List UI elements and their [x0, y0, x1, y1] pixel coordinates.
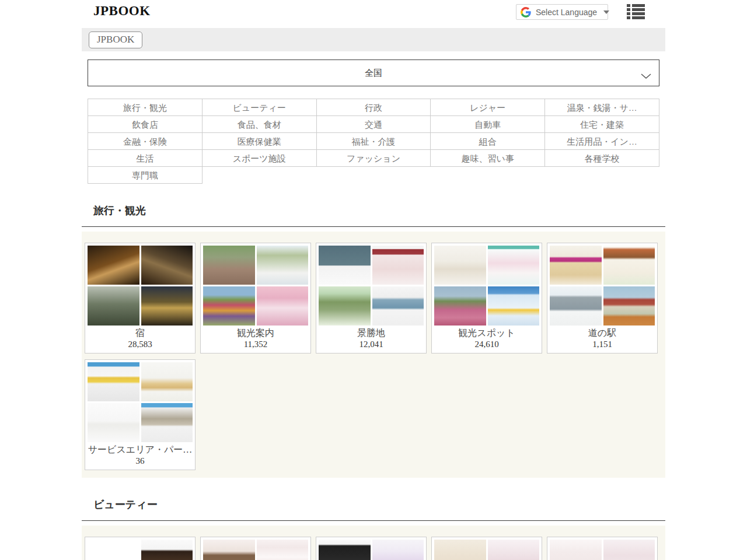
- thumbnail-collage: [203, 246, 308, 326]
- category-link[interactable]: 福祉・介護: [317, 133, 431, 150]
- category-link[interactable]: 自動車: [431, 116, 545, 133]
- category-grid: 旅行・観光ビューティー行政レジャー温泉・銭湯・サ…飲食店食品、食材交通自動車住宅…: [88, 99, 659, 184]
- thumbnail-tile: [141, 286, 193, 326]
- thumbnail-collage: [88, 540, 193, 560]
- thumbnail-tile: [319, 246, 371, 285]
- thumbnail-tile: [434, 540, 486, 560]
- thumbnail-collage: [434, 540, 539, 560]
- subcategory-label: 観光案内: [203, 327, 308, 339]
- category-link[interactable]: 医療保健業: [203, 133, 317, 150]
- region-select-value: 全国: [365, 68, 382, 79]
- thumbnail-tile: [88, 540, 139, 560]
- breadcrumb: JPBOOK: [82, 28, 665, 51]
- thumbnail-tile: [550, 540, 602, 560]
- subcategory-count: 12,041: [319, 339, 424, 350]
- subcategory-card[interactable]: [316, 537, 427, 560]
- thumbnail-collage: [88, 362, 193, 442]
- category-link[interactable]: 食品、食材: [203, 116, 317, 133]
- subcategory-card[interactable]: [547, 537, 658, 560]
- subcategory-count: 28,583: [88, 339, 193, 350]
- category-link[interactable]: 趣味、習い事: [431, 150, 545, 167]
- section-divider: [82, 520, 665, 521]
- site-header: JPBOOK Select Language: [82, 0, 665, 28]
- subcategory-count: 1,151: [550, 339, 655, 350]
- thumbnail-tile: [141, 540, 193, 560]
- thumbnail-tile: [372, 286, 424, 326]
- thumbnail-tile: [257, 286, 309, 326]
- thumbnail-collage: [88, 246, 193, 326]
- thumbnail-tile: [141, 403, 193, 442]
- subcategory-count: 11,352: [203, 339, 308, 350]
- thumbnail-tile: [88, 286, 139, 326]
- section-title: ビューティー: [82, 498, 665, 512]
- breadcrumb-home-button[interactable]: JPBOOK: [89, 32, 142, 48]
- translate-label: Select Language: [536, 8, 597, 17]
- thumbnail-collage: [319, 246, 424, 326]
- page-container: JPBOOK Select Language: [82, 0, 665, 560]
- subcategory-card[interactable]: [431, 537, 542, 560]
- subcategory-label: サービスエリア・パー…: [88, 444, 193, 456]
- thumbnail-tile: [88, 246, 139, 285]
- thumbnail-tile: [203, 540, 255, 560]
- thumbnail-tile: [488, 246, 540, 285]
- category-link[interactable]: 行政: [317, 99, 431, 116]
- category-link[interactable]: 飲食店: [88, 116, 203, 133]
- subcategory-card[interactable]: サービスエリア・パー…36: [85, 359, 196, 470]
- subcategory-card[interactable]: 観光案内11,352: [200, 243, 311, 354]
- category-link[interactable]: 生活用品・イン…: [545, 133, 659, 150]
- subcategory-label: 道の駅: [550, 327, 655, 339]
- thumbnail-tile: [372, 246, 424, 285]
- site-title[interactable]: JPBOOK: [93, 4, 151, 19]
- cards-grid: 宿28,583観光案内11,352景勝地12,041観光スポット24,610道の…: [82, 232, 665, 478]
- thumbnail-tile: [550, 286, 602, 326]
- subcategory-card[interactable]: [200, 537, 311, 560]
- thumbnail-tile: [319, 286, 371, 326]
- subcategory-card[interactable]: 宿28,583: [85, 243, 196, 354]
- category-link[interactable]: 温泉・銭湯・サ…: [545, 99, 659, 116]
- sections: 旅行・観光宿28,583観光案内11,352景勝地12,041観光スポット24,…: [82, 204, 665, 560]
- thumbnail-tile: [603, 246, 655, 285]
- thumbnail-tile: [550, 246, 602, 285]
- category-link[interactable]: レジャー: [431, 99, 545, 116]
- subcategory-card[interactable]: 景勝地12,041: [316, 243, 427, 354]
- thumbnail-tile: [257, 540, 309, 560]
- category-link[interactable]: 旅行・観光: [88, 99, 203, 116]
- subcategory-label: 景勝地: [319, 327, 424, 339]
- thumbnail-collage: [550, 246, 655, 326]
- category-link[interactable]: 組合: [431, 133, 545, 150]
- dropdown-caret-icon: [603, 10, 609, 14]
- category-section: 旅行・観光宿28,583観光案内11,352景勝地12,041観光スポット24,…: [82, 204, 665, 478]
- thumbnail-collage: [434, 246, 539, 326]
- thumbnail-tile: [434, 286, 486, 326]
- subcategory-card[interactable]: [85, 537, 196, 560]
- region-select[interactable]: 全国: [88, 60, 659, 86]
- category-link[interactable]: 生活: [88, 150, 203, 167]
- thumbnail-tile: [603, 540, 655, 560]
- category-section: ビューティー: [82, 498, 665, 560]
- thumbnail-tile: [434, 246, 486, 285]
- category-link[interactable]: 各種学校: [545, 150, 659, 167]
- thumbnail-collage: [319, 540, 424, 560]
- category-link[interactable]: 交通: [317, 116, 431, 133]
- thumbnail-collage: [550, 540, 655, 560]
- subcategory-label: 観光スポット: [434, 327, 539, 339]
- category-link[interactable]: ビューティー: [203, 99, 317, 116]
- thumbnail-tile: [372, 540, 424, 560]
- subcategory-card[interactable]: 道の駅1,151: [547, 243, 658, 354]
- thumbnail-tile: [88, 403, 139, 442]
- list-menu-icon[interactable]: [627, 4, 645, 20]
- category-link[interactable]: 専門職: [88, 167, 203, 184]
- category-link[interactable]: 住宅・建築: [545, 116, 659, 133]
- thumbnail-collage: [203, 540, 308, 560]
- category-link[interactable]: ファッション: [317, 150, 431, 167]
- thumbnail-tile: [203, 286, 255, 326]
- category-link[interactable]: 金融・保険: [88, 133, 203, 150]
- category-link[interactable]: スポーツ施設: [203, 150, 317, 167]
- google-translate-widget[interactable]: Select Language: [516, 4, 608, 20]
- thumbnail-tile: [203, 246, 255, 285]
- subcategory-label: 宿: [88, 327, 193, 339]
- thumbnail-tile: [488, 540, 540, 560]
- section-divider: [82, 226, 665, 227]
- subcategory-card[interactable]: 観光スポット24,610: [431, 243, 542, 354]
- thumbnail-tile: [141, 362, 193, 401]
